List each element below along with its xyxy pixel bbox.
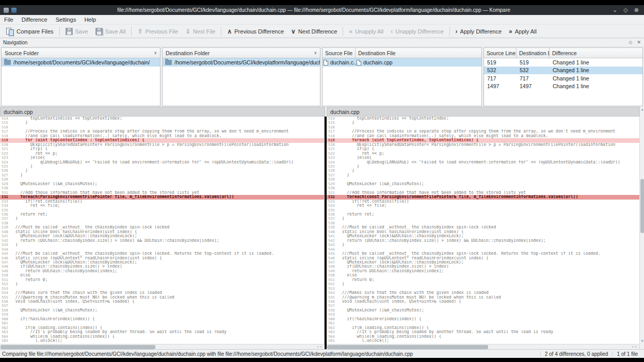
navigation-dock-header[interactable]: Navigation ◇ ✕ xyxy=(0,38,644,47)
line-number: 518 xyxy=(0,134,10,138)
code-text: for (uint topContextIndex : topContextIn… xyxy=(10,138,324,142)
code-line: 564 while(m_loading.contains(index)) { xyxy=(327,335,639,339)
destination-code-pane[interactable]: 514 topContextIndices << topContextIndex… xyxy=(327,117,639,344)
menu-difference[interactable]: Difference xyxy=(18,15,52,24)
previous-difference-button[interactable]: ∧Previous Difference xyxy=(223,27,287,36)
code-line: 551 return 0; xyxy=(0,278,324,282)
scroll-up-icon[interactable]: ∧ xyxy=(640,107,644,112)
code-text: //It's probably being loaded by another … xyxy=(10,330,324,334)
source-folder-item[interactable]: /home/sergobot/Documents/GCI/kdev/langua… xyxy=(2,58,160,67)
right-horizontal-scrollbar-thumb[interactable] xyxy=(327,345,488,349)
line-number: 560 xyxy=(327,317,337,321)
code-line: 547 QMutexLocker lock(&DUChain::chainsBy… xyxy=(0,260,324,265)
difference-row[interactable]: 519519Changed 1 line xyxy=(484,58,642,67)
dock-float-icon[interactable]: ◇ xyxy=(629,40,633,45)
code-line: 535 xyxy=(0,208,324,212)
titlebar-icons xyxy=(0,8,20,13)
diff-code-line[interactable]: 519 for (uint topContextIndex : topConte… xyxy=(0,138,324,142)
line-number: 544 xyxy=(0,248,10,252)
minimize-icon[interactable]: ⌄ xyxy=(613,7,617,13)
difference-row[interactable]: 717717Changed 1 line xyxy=(484,74,642,83)
left-horizontal-scrollbar-thumb[interactable] xyxy=(1,345,155,349)
source-file-header[interactable]: Source File ∨ xyxy=(323,48,356,58)
code-line: 545 ///Must be called _without_ the chai… xyxy=(327,252,639,256)
line-number: 562 xyxy=(0,326,10,330)
file-row[interactable]: duchain.c... duchain.cpp xyxy=(323,58,481,67)
menu-help[interactable]: Help xyxy=(80,15,100,24)
line-number: 564 xyxy=(0,335,10,339)
source-folder-header[interactable]: Source Folder ∨ xyxy=(2,48,160,58)
diff-code-line[interactable]: 532 foreach(const ParsingEnvironmentFile… xyxy=(327,195,639,199)
difference-cell: 519 xyxy=(484,59,517,65)
line-number: 515 xyxy=(327,121,337,125)
code-text: //Process the indices in a separate step… xyxy=(10,129,324,134)
maximize-icon[interactable]: ◇ xyxy=(623,7,627,13)
next-difference-button[interactable]: ∨Next Difference xyxy=(287,27,341,36)
code-text xyxy=(10,312,324,317)
code-line: 516 xyxy=(327,125,639,129)
destination-folder-item[interactable]: /home/sergobot/Documents/GCI/kdevplatfor… xyxy=(163,58,320,67)
code-line: 562 if(m_loading.contains(index)) { xyxy=(327,326,639,330)
code-text: static inline bool hasChainForIndex(uint… xyxy=(337,230,639,234)
apply-difference-button[interactable]: ›Apply Difference xyxy=(452,27,506,36)
code-text: } xyxy=(10,164,324,169)
line-number: 542 xyxy=(327,239,337,243)
code-text: ///Makes sure that the chain with the gi… xyxy=(337,291,639,295)
app-menu-icon[interactable] xyxy=(11,8,17,13)
destination-file-header[interactable]: Destination File xyxy=(356,48,481,58)
difference-cell: 532 xyxy=(517,67,550,73)
pane-titlebar: duchain.cpp duchain.cpp xyxy=(0,107,644,117)
compare-files-button[interactable]: Compare Files xyxy=(2,26,57,36)
scroll-down-icon[interactable]: ∨ xyxy=(640,338,644,343)
menu-settings[interactable]: Settings xyxy=(52,15,81,24)
line-number: 526 xyxy=(327,169,337,173)
destination-line-header[interactable]: Destination Lin xyxy=(517,48,550,58)
line-number: 536 xyxy=(327,212,337,217)
right-horizontal-scrollbar[interactable]: ‹› xyxy=(327,344,639,349)
unapply-all-icon: « xyxy=(349,28,352,35)
code-text: l.unlock(); xyxy=(10,339,324,343)
code-text xyxy=(10,125,324,129)
line-number: 514 xyxy=(0,117,10,121)
code-text xyxy=(10,304,324,308)
code-line: 536 return ret; xyxy=(327,212,639,217)
menu-file[interactable]: File xyxy=(0,15,18,24)
difference-header[interactable]: Difference xyxy=(550,48,642,58)
line-number: 541 xyxy=(327,234,337,238)
apply-all-button[interactable]: »Apply All xyxy=(505,27,540,36)
destination-folder-header[interactable]: Destination Folder ∨ xyxy=(163,48,320,58)
code-text: QMutexLocker lock(&DUChain::chainsByInde… xyxy=(10,260,324,265)
code-line: 553 xyxy=(0,287,324,291)
close-icon[interactable]: ⊗ xyxy=(634,7,639,13)
code-text: return DUChain::chainsByIndex[index]; xyxy=(10,269,324,273)
diff-code-line[interactable]: 532 foreach(ParsingEnvironmentFilePointe… xyxy=(0,195,324,199)
toolbar-button-label: Apply All xyxy=(515,28,537,35)
vertical-scrollbar[interactable]: ∧ ∨ xyxy=(639,107,644,349)
source-folder-header-label: Source Folder xyxy=(5,50,39,56)
previous-file-button: ⇑Previous File xyxy=(134,27,182,36)
vertical-scrollbar-thumb[interactable] xyxy=(640,179,644,233)
files-status: 1 of 1 file xyxy=(612,351,642,357)
code-line: 560 if(!hasChainForIndex(index)) { xyxy=(327,317,639,321)
code-line: 524 qCDebug(LANGUAGE) << "Failed to load… xyxy=(0,160,324,164)
left-horizontal-scrollbar[interactable]: ‹› xyxy=(0,344,325,349)
source-code-pane[interactable]: 514 topContextIndices << topContextIndex… xyxy=(0,117,325,344)
diff-code-line[interactable]: 519 foreach (uint topContextIndex, topCo… xyxy=(327,138,639,142)
code-text: QMutexLocker l(&m_chainsMutex); xyxy=(10,182,324,186)
dock-close-icon[interactable]: ✕ xyxy=(637,40,641,45)
source-line-header[interactable]: Source Line ∨ xyxy=(484,48,517,58)
difference-row[interactable]: 14971497Changed 1 line xyxy=(484,83,642,91)
code-line: 521 if(p) { xyxy=(327,147,639,151)
code-line: 540 static inline bool hasChainForIndex(… xyxy=(0,230,324,234)
line-number: 538 xyxy=(0,221,10,225)
compare-files-icon xyxy=(6,27,14,35)
line-number: 528 xyxy=(0,177,10,182)
line-number: 557 xyxy=(327,304,337,308)
titlebar[interactable]: file:///home/sergobot/Documents/GCI/kdev… xyxy=(0,5,644,15)
code-text xyxy=(337,304,639,308)
difference-row[interactable]: 532532Changed 1 line xyxy=(484,67,642,75)
code-text: topContextIndices << topContextIndex; xyxy=(337,117,639,121)
differences-list: 519519Changed 1 line532532Changed 1 line… xyxy=(484,58,642,90)
code-text: QExplicitlySharedDataPointer< ParsingEnv… xyxy=(10,143,324,147)
differences-status: 2 of 4 differences, 0 applied xyxy=(540,351,613,357)
